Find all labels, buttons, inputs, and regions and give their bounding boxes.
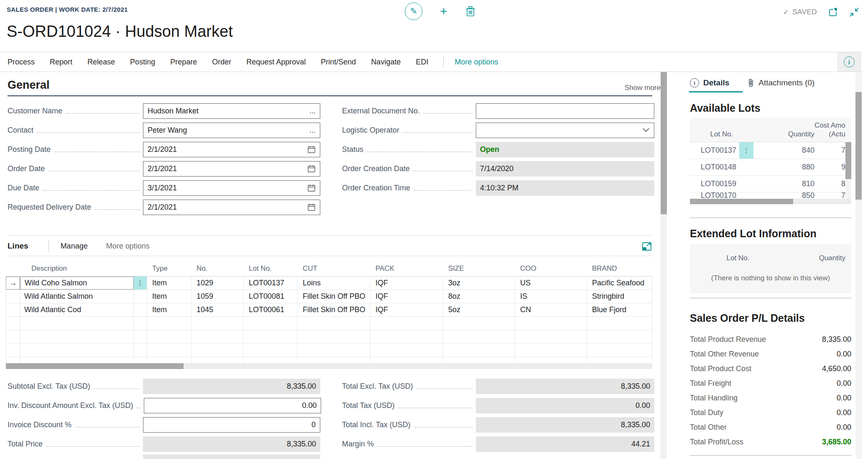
col-description[interactable]: Description <box>20 264 134 276</box>
lookup-ellipsis-icon[interactable]: ... <box>309 107 316 115</box>
cell-coo[interactable]: IS <box>515 290 587 303</box>
lot-cost-value[interactable]: 7 <box>814 192 845 199</box>
sidebar-vertical-scrollbar[interactable] <box>855 72 862 459</box>
ribbon-item-release[interactable]: Release <box>87 58 115 67</box>
row-options-icon[interactable]: ⋮ <box>134 277 147 290</box>
scrollbar-thumb[interactable] <box>690 199 793 204</box>
lot-cost-value[interactable]: 7 <box>814 142 845 159</box>
calendar-icon[interactable] <box>307 164 316 173</box>
delete-icon[interactable] <box>465 5 476 17</box>
cell-pack[interactable]: IQF <box>370 277 443 290</box>
table-row[interactable]: Wild Atlantic Salmon Item 1059 LOT00081 … <box>6 290 652 303</box>
ribbon-more-options[interactable]: More options <box>454 58 498 67</box>
col-size[interactable]: SIZE <box>443 264 515 276</box>
col-type[interactable]: Type <box>147 264 191 276</box>
cell-lot-no[interactable]: LOT00061 <box>244 303 298 316</box>
lots-vertical-scrollbar[interactable] <box>845 142 851 199</box>
empty-table-row[interactable] <box>6 344 652 357</box>
cell-coo[interactable]: CN <box>515 303 587 316</box>
empty-table-row[interactable] <box>6 357 652 363</box>
logistic-operator-select[interactable] <box>476 123 654 138</box>
customer-name-input[interactable]: Hudson Market ... <box>143 103 320 119</box>
cell-no[interactable]: 1045 <box>191 303 244 316</box>
cell-size[interactable]: 3oz <box>443 277 515 290</box>
external-document-no-input[interactable] <box>476 103 654 119</box>
lots-col-cost-amount[interactable]: Cost Amou(Actu <box>814 121 845 142</box>
cell-type[interactable]: Item <box>147 290 191 303</box>
lot-row[interactable]: LOT00148 880 9 <box>690 159 851 176</box>
lots-horizontal-scrollbar[interactable] <box>690 199 851 204</box>
lot-quantity-value[interactable]: 850 <box>753 192 814 199</box>
cell-lot-no[interactable]: LOT00137 <box>244 277 298 290</box>
lot-cost-value[interactable]: 8 <box>814 176 845 192</box>
lot-quantity-value[interactable]: 880 <box>753 159 814 175</box>
cell-description[interactable]: Wild Coho Salmon <box>20 277 134 290</box>
lot-no-value[interactable]: LOT00148 <box>690 159 739 175</box>
cell-pack[interactable]: IQF <box>370 303 443 316</box>
cell-cut[interactable]: Fillet Skin Off PBO <box>298 303 370 316</box>
toggle-details-pane-button[interactable]: i <box>837 52 861 72</box>
cell-brand[interactable]: Stringbird <box>587 290 652 303</box>
cell-description[interactable]: Wild Atlantic Salmon <box>20 290 134 303</box>
cell-size[interactable]: 8oz <box>443 290 515 303</box>
ribbon-item-print-send[interactable]: Print/Send <box>321 58 356 67</box>
extended-col-lot-no[interactable]: Lot No. <box>690 254 786 262</box>
col-brand[interactable]: BRAND <box>587 264 652 276</box>
invoice-discount-pct-input[interactable]: 0 <box>143 417 320 433</box>
ribbon-item-posting[interactable]: Posting <box>130 58 155 67</box>
lot-row[interactable]: LOT00170 850 7 <box>690 192 851 199</box>
cell-type[interactable]: Item <box>147 277 191 290</box>
open-in-new-window-icon[interactable] <box>828 7 838 17</box>
ribbon-item-prepare[interactable]: Prepare <box>170 58 197 67</box>
ribbon-item-request-approval[interactable]: Request Approval <box>246 58 306 67</box>
ribbon-item-order[interactable]: Order <box>212 58 231 67</box>
new-icon[interactable]: + <box>440 4 447 18</box>
col-no[interactable]: No. <box>191 264 244 276</box>
calendar-icon[interactable] <box>307 145 316 154</box>
ribbon-item-report[interactable]: Report <box>50 58 72 67</box>
order-date-input[interactable]: 2/1/2021 <box>143 161 320 177</box>
cell-pack[interactable]: IQF <box>370 290 443 303</box>
ribbon-item-process[interactable]: Process <box>8 58 35 67</box>
scrollbar-thumb[interactable] <box>661 72 667 214</box>
ribbon-item-navigate[interactable]: Navigate <box>371 58 401 67</box>
lookup-ellipsis-icon[interactable]: ... <box>309 126 316 135</box>
col-lot-no[interactable]: Lot No. <box>244 264 298 276</box>
scrollbar-thumb[interactable] <box>845 142 851 179</box>
general-section-heading[interactable]: General <box>8 79 50 92</box>
requested-delivery-date-input[interactable]: 2/1/2021 <box>143 200 320 215</box>
scrollbar-thumb[interactable] <box>855 92 862 200</box>
empty-table-row[interactable] <box>6 317 652 330</box>
posting-date-input[interactable]: 2/1/2021 <box>143 142 320 157</box>
cell-lot-no[interactable]: LOT00081 <box>244 290 298 303</box>
lines-horizontal-scrollbar[interactable] <box>6 363 652 369</box>
lot-row[interactable]: LOT00137 ⋮ 840 7 <box>690 142 851 159</box>
open-lines-in-new-window-icon[interactable] <box>641 241 652 251</box>
lot-quantity-value[interactable]: 840 <box>753 142 814 159</box>
calendar-icon[interactable] <box>307 203 316 211</box>
cell-type[interactable]: Item <box>147 303 191 316</box>
table-row[interactable]: → Wild Coho Salmon ⋮ Item 1029 LOT00137 … <box>6 277 652 290</box>
col-coo[interactable]: COO <box>515 264 587 276</box>
table-row[interactable]: Wild Atlantic Cod Item 1045 LOT00061 Fil… <box>6 303 652 317</box>
cell-cut[interactable]: Loins <box>298 277 370 290</box>
lot-row[interactable]: LOT00159 810 8 <box>690 176 851 192</box>
calendar-icon[interactable] <box>307 184 316 192</box>
cell-no[interactable]: 1029 <box>191 277 244 290</box>
lots-col-quantity[interactable]: Quantity <box>753 130 814 142</box>
inv-discount-amount-input[interactable]: 0.00 <box>144 398 321 413</box>
due-date-input[interactable]: 3/1/2021 <box>143 180 320 196</box>
cell-size[interactable]: 5oz <box>443 303 515 316</box>
ribbon-item-edi[interactable]: EDI <box>416 58 428 67</box>
lot-row-options-icon[interactable]: ⋮ <box>739 142 753 159</box>
cell-no[interactable]: 1059 <box>191 290 244 303</box>
col-pack[interactable]: PACK <box>370 264 443 276</box>
lines-manage-menu[interactable]: Manage <box>61 242 88 251</box>
main-vertical-scrollbar[interactable] <box>661 72 667 459</box>
cell-description[interactable]: Wild Atlantic Cod <box>20 303 134 316</box>
lines-heading[interactable]: Lines <box>8 241 28 251</box>
lot-no-value[interactable]: LOT00137 <box>690 142 739 159</box>
lot-quantity-value[interactable]: 810 <box>753 176 814 192</box>
cell-brand[interactable]: Blue Fjord <box>587 303 652 316</box>
lot-cost-value[interactable]: 9 <box>814 159 845 175</box>
